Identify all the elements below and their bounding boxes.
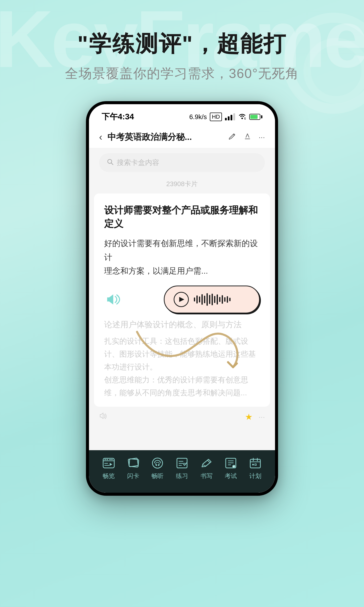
- more-icon[interactable]: ···: [259, 413, 265, 421]
- audio-row: [104, 286, 260, 313]
- play-triangle-icon: [179, 297, 184, 302]
- wave-bar: [212, 294, 213, 305]
- blurred-body: 扎实的设计工具：这包括色彩搭配、版式设 计、图形设计等技能，能够熟练地运用这些基…: [104, 335, 260, 399]
- plan-label: 计划: [249, 472, 261, 480]
- nav-item-browse[interactable]: 畅览: [101, 456, 117, 480]
- edit-icon[interactable]: [228, 132, 236, 142]
- wave-bar: [194, 297, 195, 301]
- nav-item-listen[interactable]: 畅听: [149, 456, 166, 480]
- wave-bar: [201, 294, 203, 305]
- search-icon: [107, 158, 114, 167]
- browse-label: 畅览: [103, 472, 115, 480]
- practice-icon: [174, 456, 190, 470]
- share-icon[interactable]: [243, 132, 252, 142]
- wifi-icon: 6: [238, 113, 246, 121]
- svg-point-5: [107, 459, 108, 460]
- signal-bar-3: [231, 115, 232, 120]
- listen-icon: [149, 456, 166, 470]
- bottom-nav-inner: 畅览 闪卡: [97, 456, 267, 480]
- svg-text:6: 6: [244, 117, 246, 120]
- exam-label: 考试: [225, 472, 237, 480]
- speaker-icon[interactable]: [104, 289, 124, 310]
- phone-mockup: 下午4:34 6.9k/s HD: [86, 101, 278, 496]
- signal-bar-2: [228, 116, 230, 120]
- write-label: 书写: [200, 472, 213, 480]
- audio-player[interactable]: [164, 286, 260, 313]
- flashcard-label: 闪卡: [127, 472, 139, 480]
- search-bar[interactable]: 搜索卡盒内容: [99, 153, 265, 172]
- wave-bar: [219, 297, 220, 302]
- wave-bar: [196, 295, 198, 304]
- back-button[interactable]: ‹: [99, 132, 102, 143]
- header-section: "学练测评"，超能打 全场景覆盖你的学习需求，360°无死角: [0, 0, 364, 82]
- nav-item-exam[interactable]: 考试: [223, 456, 239, 480]
- search-placeholder: 搜索卡盒内容: [117, 158, 159, 167]
- hd-badge: HD: [210, 113, 222, 121]
- signal-bar-1: [225, 118, 227, 120]
- card-title: 设计师需要对整个产品或服务理解和定义: [104, 204, 260, 230]
- plan-icon: [247, 456, 263, 470]
- status-right: 6.9k/s HD 6: [189, 113, 262, 121]
- nav-item-flashcard[interactable]: 闪卡: [125, 456, 141, 480]
- blurred-title: 论述用户体验设计的概念、原则与方法: [104, 318, 260, 331]
- wave-bar: [199, 296, 200, 302]
- card-footer: ★ ···: [89, 407, 275, 426]
- play-button[interactable]: [174, 292, 189, 307]
- signal-bar-4: [233, 113, 235, 120]
- nav-item-plan[interactable]: 计划: [247, 456, 263, 480]
- card-count: 23908卡片: [89, 177, 275, 193]
- flashcard-icon: [125, 456, 141, 470]
- waveform-display: [194, 293, 231, 306]
- nav-title: 中考英语政治满分秘...: [107, 131, 228, 143]
- network-speed: 6.9k/s: [189, 113, 207, 121]
- svg-point-8: [152, 458, 163, 468]
- wave-bar: [209, 295, 210, 304]
- exam-icon: [223, 456, 239, 470]
- footer-right: ★ ···: [245, 412, 265, 422]
- main-title: "学练测评"，超能打: [0, 30, 364, 57]
- main-card: 设计师需要对整个产品或服务理解和定义 好的设计需要有创新思维，不断探索新的设计 …: [94, 193, 270, 407]
- status-bar: 下午4:34 6.9k/s HD: [89, 104, 275, 126]
- card-body: 好的设计需要有创新思维，不断探索新的设计 理念和方案，以满足用户需...: [104, 236, 260, 278]
- browse-icon: [101, 456, 117, 470]
- footer-speaker-icon[interactable]: [99, 412, 108, 421]
- nav-bar: ‹ 中考英语政治满分秘... ··: [89, 126, 275, 148]
- write-icon: [198, 456, 215, 470]
- wave-bar: [229, 298, 231, 301]
- nav-item-practice[interactable]: 练习: [174, 456, 190, 480]
- wave-bar: [227, 296, 228, 303]
- sub-title: 全场景覆盖你的学习需求，360°无死角: [0, 65, 364, 82]
- status-time: 下午4:34: [102, 111, 134, 122]
- phone-frame: 下午4:34 6.9k/s HD: [86, 101, 278, 496]
- blurred-card: 论述用户体验设计的概念、原则与方法 扎实的设计工具：这包括色彩搭配、版式设 计、…: [104, 318, 260, 399]
- wave-bar: [207, 293, 208, 306]
- wave-bar: [222, 295, 223, 304]
- svg-point-0: [241, 118, 243, 119]
- wave-bar: [217, 294, 218, 305]
- signal-icon: [225, 113, 235, 120]
- wave-bar: [224, 297, 225, 302]
- phone-screen: 下午4:34 6.9k/s HD: [89, 104, 275, 493]
- battery-icon: [249, 114, 262, 120]
- listen-label: 畅听: [151, 472, 164, 480]
- more-options-icon[interactable]: ···: [259, 133, 265, 141]
- nav-item-write[interactable]: 书写: [198, 456, 215, 480]
- nav-icons: ···: [228, 132, 265, 142]
- practice-label: 练习: [176, 472, 188, 480]
- wave-bar: [204, 296, 205, 303]
- wave-bar: [214, 296, 215, 303]
- bottom-nav: 畅览 闪卡: [89, 450, 275, 493]
- star-icon[interactable]: ★: [245, 412, 253, 422]
- svg-point-4: [105, 459, 106, 460]
